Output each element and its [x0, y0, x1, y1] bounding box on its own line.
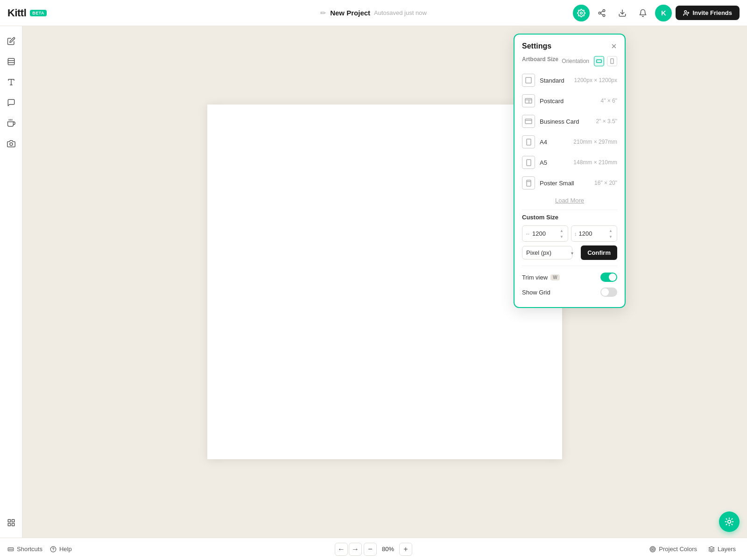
artboard-dims-business-card: 2" × 3.5"	[596, 118, 617, 125]
orientation-controls: Orientation	[562, 56, 617, 66]
height-increment-button[interactable]: ▲	[607, 228, 614, 233]
project-colors-label: Project Colors	[659, 546, 697, 553]
logo: Kittl	[7, 7, 26, 19]
sidebar-item-comments[interactable]	[2, 93, 21, 112]
settings-button[interactable]	[573, 5, 590, 21]
settings-panel: Settings Artboard Size Orientation	[514, 34, 626, 308]
notifications-button[interactable]	[634, 5, 651, 21]
nav-next-button[interactable]: →	[349, 543, 362, 556]
artboard-name-a5: A5	[540, 159, 573, 166]
width-increment-button[interactable]: ▲	[558, 228, 565, 233]
sidebar-item-edit[interactable]	[2, 32, 21, 50]
settings-close-button[interactable]	[611, 43, 617, 49]
svg-rect-26	[611, 59, 613, 64]
trim-view-toggle[interactable]	[600, 273, 617, 282]
zoom-out-button[interactable]: −	[364, 543, 377, 556]
sidebar-item-layers[interactable]	[2, 52, 21, 71]
header-right: K Invite Friends	[573, 5, 740, 21]
height-icon: ↕	[574, 231, 577, 237]
zoom-value[interactable]: 80%	[379, 546, 397, 553]
unit-select-wrap: Pixel (px) Millimeter (mm) Inch (in)	[522, 246, 577, 259]
sidebar-item-hand[interactable]	[2, 114, 21, 133]
artboard-name-postcard: Postcard	[540, 98, 600, 105]
artboard-name-standard: Standard	[540, 77, 574, 84]
sidebar	[0, 26, 22, 538]
height-spinner: ▲ ▼	[607, 228, 614, 239]
svg-rect-28	[525, 98, 532, 103]
divider-1	[522, 210, 617, 210]
canvas-board	[207, 105, 562, 459]
svg-rect-21	[12, 524, 14, 526]
orientation-landscape-button[interactable]	[594, 56, 604, 66]
svg-line-5	[601, 11, 603, 12]
beta-badge: BETA	[30, 10, 47, 16]
svg-point-7	[684, 10, 687, 13]
svg-rect-27	[526, 77, 531, 83]
artboard-icon-standard	[522, 74, 535, 87]
artboard-name-business-card: Business Card	[540, 118, 596, 125]
confirm-button[interactable]: Confirm	[581, 245, 617, 260]
nav-prev-button[interactable]: ←	[335, 543, 348, 556]
header: Kittl BETA ✏ New Project Autosaved just …	[0, 0, 747, 26]
artboard-dims-a4: 210mm × 297mm	[573, 139, 617, 145]
sidebar-item-text[interactable]	[2, 73, 21, 91]
layers-button[interactable]: Layers	[705, 544, 740, 554]
fab-button[interactable]	[719, 511, 740, 532]
artboard-dims-postcard: 4" × 6"	[600, 98, 617, 104]
svg-point-45	[651, 547, 655, 551]
share-button[interactable]	[593, 5, 610, 21]
trim-view-w-badge: W	[550, 274, 559, 280]
width-input-wrap: ↔ ▲ ▼	[522, 225, 568, 242]
artboard-name-a4: A4	[540, 139, 573, 146]
artboard-size-postcard[interactable]: Postcard 4" × 6"	[522, 91, 617, 111]
shortcuts-label: Shortcuts	[17, 546, 42, 553]
height-decrement-button[interactable]: ▼	[607, 234, 614, 239]
svg-line-4	[601, 14, 603, 15]
orientation-portrait-button[interactable]	[607, 56, 617, 66]
custom-size-label: Custom Size	[522, 214, 617, 221]
width-decrement-button[interactable]: ▼	[558, 234, 565, 239]
artboard-icon-business-card	[522, 115, 535, 128]
load-more-button[interactable]: Load More	[522, 193, 617, 206]
svg-point-18	[10, 143, 13, 146]
height-input[interactable]	[579, 230, 606, 237]
svg-rect-34	[527, 160, 531, 166]
artboard-dims-a5: 148mm × 210mm	[573, 159, 617, 166]
artboard-size-a5[interactable]: A5 148mm × 210mm	[522, 152, 617, 173]
zoom-controls: ← → − 80% +	[335, 543, 412, 556]
svg-rect-20	[12, 519, 14, 522]
project-title[interactable]: New Project	[330, 9, 370, 17]
settings-title: Settings	[522, 42, 551, 50]
svg-point-0	[580, 12, 583, 14]
avatar-button[interactable]: K	[655, 5, 672, 21]
show-grid-row: Show Grid	[522, 285, 617, 300]
sidebar-item-camera[interactable]	[2, 134, 21, 153]
artboard-size-standard[interactable]: Standard 1200px × 1200px	[522, 70, 617, 91]
width-icon: ↔	[525, 231, 530, 237]
svg-point-46	[652, 548, 653, 549]
svg-point-48	[728, 520, 731, 524]
nav-arrows: ← →	[335, 543, 362, 556]
unit-select[interactable]: Pixel (px) Millimeter (mm) Inch (in)	[522, 246, 572, 259]
shortcuts-button[interactable]: Shortcuts	[7, 546, 42, 553]
download-button[interactable]	[614, 5, 631, 21]
invite-friends-button[interactable]: Invite Friends	[676, 6, 740, 20]
width-input[interactable]	[532, 230, 557, 237]
autosaved-label: Autosaved just now	[374, 9, 427, 16]
bottom-right: Project Colors Layers	[646, 544, 740, 554]
pencil-icon: ✏	[320, 9, 326, 17]
width-spinner: ▲ ▼	[558, 228, 565, 239]
help-button[interactable]: Help	[50, 546, 72, 553]
artboard-icon-poster-small	[522, 176, 535, 189]
show-grid-toggle[interactable]	[600, 287, 617, 297]
project-colors-button[interactable]: Project Colors	[646, 544, 701, 554]
zoom-in-button[interactable]: +	[399, 543, 412, 556]
divider-2	[522, 266, 617, 266]
artboard-size-list: Standard 1200px × 1200px Postcard 4" × 6…	[522, 70, 617, 193]
artboard-size-a4[interactable]: A4 210mm × 297mm	[522, 132, 617, 152]
artboard-size-label: Artboard Size	[522, 56, 558, 63]
artboard-size-business-card[interactable]: Business Card 2" × 3.5"	[522, 111, 617, 132]
sidebar-item-grid[interactable]	[2, 513, 21, 532]
artboard-size-poster-small[interactable]: Poster Small 16" × 20"	[522, 173, 617, 193]
svg-rect-31	[525, 119, 532, 124]
